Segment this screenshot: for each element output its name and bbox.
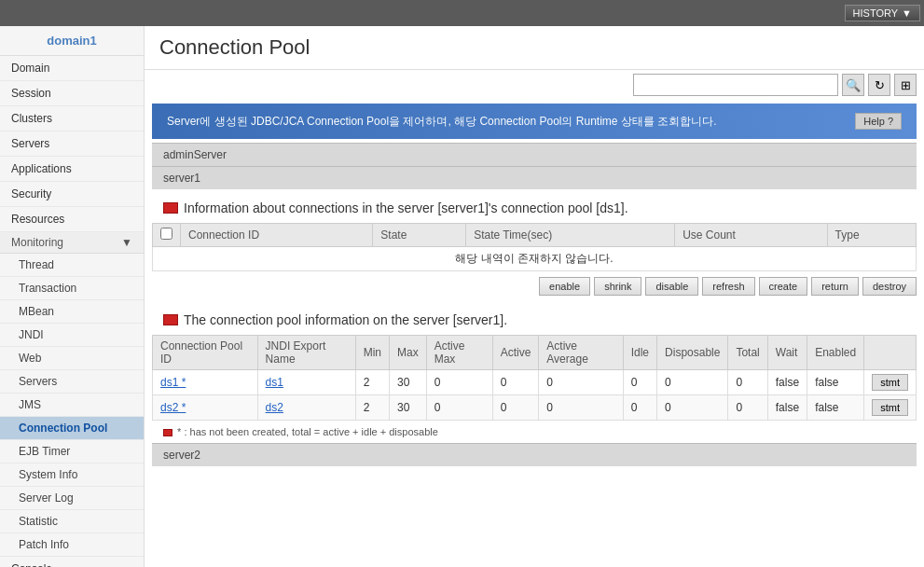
pool-row-disposable: 0 — [657, 370, 728, 395]
state-time-header: State Time(sec) — [466, 224, 675, 247]
info-section-heading: Information about connections in the ser… — [152, 193, 917, 223]
sidebar-applications-item[interactable]: Applications — [0, 157, 144, 182]
pool-id-link[interactable]: ds1 * — [160, 376, 186, 389]
use-count-header: Use Count — [675, 224, 827, 247]
sidebar-server-log[interactable]: Server Log — [0, 487, 144, 510]
connections-table: Connection ID State State Time(sec) Use … — [152, 223, 917, 271]
destroy-button[interactable]: destroy — [862, 277, 917, 296]
pool-row-active-avg: 0 — [539, 370, 623, 395]
footnote-text: * : has not been created, total = active… — [177, 426, 438, 437]
stmt-button[interactable]: stmt — [872, 374, 908, 391]
server2-header: server2 — [152, 443, 917, 466]
enabled-header: Enabled — [807, 336, 864, 370]
sidebar-transaction[interactable]: Transaction — [0, 277, 144, 300]
jndi-link[interactable]: ds2 — [266, 401, 283, 414]
refresh-icon-button[interactable]: ↻ — [868, 74, 890, 96]
return-button[interactable]: return — [811, 277, 859, 296]
refresh-button[interactable]: refresh — [702, 277, 754, 296]
disposable-header: Disposable — [657, 336, 728, 370]
sidebar-mbean[interactable]: MBean — [0, 300, 144, 324]
export-button[interactable]: ⊞ — [894, 74, 917, 96]
action-buttons-row: enable shrink disable refresh create ret… — [145, 271, 924, 301]
sidebar-ejb-timer[interactable]: EJB Timer — [0, 440, 144, 463]
sidebar-thread[interactable]: Thread — [0, 254, 144, 277]
create-button[interactable]: create — [759, 277, 808, 296]
pool-row-wait: false — [767, 395, 807, 421]
sidebar-clusters-item[interactable]: Clusters — [0, 106, 144, 131]
sidebar-system-info[interactable]: System Info — [0, 463, 144, 487]
sidebar-security-item[interactable]: Security — [0, 182, 144, 207]
total-header: Total — [728, 336, 767, 370]
state-header: State — [373, 224, 466, 247]
pool-row-total: 0 — [728, 395, 767, 421]
chevron-icon: ▼ — [121, 236, 132, 249]
pool-table-row: ds1 * ds1 2 30 0 0 0 0 0 0 false false s… — [153, 370, 917, 395]
sidebar-web[interactable]: Web — [0, 347, 144, 370]
pool-section-flag-icon — [163, 314, 178, 325]
admin-server-header: adminServer — [152, 143, 917, 166]
history-button[interactable]: HISTORY ▼ — [845, 5, 920, 21]
sidebar-monitoring-section[interactable]: Monitoring ▼ — [0, 232, 144, 254]
search-button[interactable]: 🔍 — [842, 74, 864, 96]
chevron-down-icon: ▼ — [902, 7, 912, 19]
active-max-header: Active Max — [426, 336, 492, 370]
monitoring-label: Monitoring — [11, 236, 63, 249]
pool-row-active-max: 0 — [426, 370, 492, 395]
sidebar-jndi[interactable]: JNDI — [0, 324, 144, 347]
top-bar: HISTORY ▼ — [0, 0, 924, 26]
search-input[interactable] — [633, 74, 838, 96]
pool-section-title: The connection pool information on the s… — [184, 312, 507, 327]
pool-row-jndi: ds1 — [257, 370, 355, 395]
enable-button[interactable]: enable — [539, 277, 590, 296]
sidebar-console[interactable]: Console — [0, 557, 144, 567]
pool-row-min: 2 — [355, 395, 389, 421]
sidebar-servers-sub[interactable]: Servers — [0, 370, 144, 394]
search-row: 🔍 ↻ ⊞ — [145, 70, 924, 100]
sidebar-domain-item[interactable]: Domain — [0, 56, 144, 81]
history-label: HISTORY — [853, 7, 899, 19]
pool-row-active: 0 — [492, 395, 539, 421]
jndi-link[interactable]: ds1 — [266, 376, 283, 389]
min-header: Min — [355, 336, 389, 370]
pool-row-max: 30 — [390, 370, 427, 395]
disable-button[interactable]: disable — [645, 277, 698, 296]
pool-id-link[interactable]: ds2 * — [160, 401, 186, 414]
sidebar-domain-label[interactable]: domain1 — [0, 26, 144, 56]
pool-row-id: ds1 * — [153, 370, 258, 395]
info-section-title: Information about connections in the ser… — [184, 201, 628, 215]
section-flag-icon — [163, 202, 178, 214]
sidebar-resources-item[interactable]: Resources — [0, 207, 144, 232]
description-text: Server에 생성된 JDBC/JCA Connection Pool을 제어… — [167, 113, 846, 130]
max-header: Max — [390, 336, 427, 370]
pool-table-row: ds2 * ds2 2 30 0 0 0 0 0 0 false false s… — [153, 395, 917, 421]
page-title-bar: Connection Pool — [145, 26, 924, 70]
pool-row-active: 0 — [492, 370, 539, 395]
wait-header: Wait — [767, 336, 807, 370]
active-avg-header: Active Average — [539, 336, 623, 370]
sidebar-jms[interactable]: JMS — [0, 394, 144, 417]
conn-id-header: Connection ID — [181, 224, 373, 247]
jndi-header: JNDI Export Name — [257, 336, 355, 370]
select-all-checkbox[interactable] — [160, 228, 172, 240]
checkbox-col-header — [153, 224, 181, 247]
sidebar-statistic[interactable]: Statistic — [0, 510, 144, 533]
sidebar-session-item[interactable]: Session — [0, 81, 144, 106]
empty-message: 해당 내역이 존재하지 않습니다. — [153, 247, 917, 271]
stmt-col-header — [864, 336, 917, 370]
sidebar: domain1 Domain Session Clusters Servers … — [0, 26, 145, 567]
type-header: Type — [827, 224, 916, 247]
sidebar-servers-item[interactable]: Servers — [0, 131, 144, 157]
sidebar-connection-pool[interactable]: Connection Pool — [0, 417, 144, 440]
pool-row-enabled: false — [807, 395, 864, 421]
pool-row-max: 30 — [390, 395, 427, 421]
pool-table: Connection Pool ID JNDI Export Name Min … — [152, 335, 917, 421]
pool-id-header: Connection Pool ID — [153, 336, 258, 370]
page-title: Connection Pool — [159, 35, 310, 60]
pool-row-jndi: ds2 — [257, 395, 355, 421]
stmt-button[interactable]: stmt — [872, 399, 908, 416]
help-button[interactable]: Help ? — [855, 113, 902, 130]
shrink-button[interactable]: shrink — [594, 277, 641, 296]
pool-row-id: ds2 * — [153, 395, 258, 421]
pool-row-disposable: 0 — [657, 395, 728, 421]
sidebar-patch-info[interactable]: Patch Info — [0, 533, 144, 557]
